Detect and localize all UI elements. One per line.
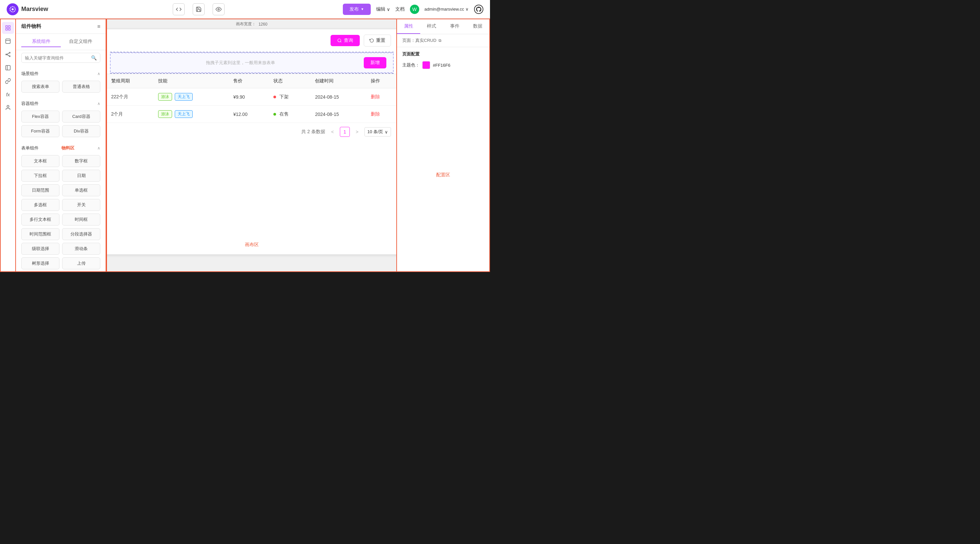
th-date: 创建时间 [310,74,365,88]
comp-time[interactable]: 时间框 [62,213,100,226]
component-tabs: 系统组件 自定义组件 [16,34,106,50]
canvas-width-label: 画布宽度： 1260 [236,19,267,29]
data-table: 繁殖周期 技能 售价 状态 创建时间 操作 222个月 游泳 天上飞 [106,74,397,123]
search-input[interactable] [25,56,89,60]
container-components-grid: Flex容器 Card容器 Form容器 Div容器 [16,109,106,140]
tab-system-components[interactable]: 系统组件 [21,37,61,47]
user-email[interactable]: admin@marsview.cc ∨ [425,6,469,12]
edit-button[interactable]: 编辑 ∨ [376,6,390,12]
cell-action-2: 删除 [366,106,397,123]
save-icon[interactable] [192,3,205,15]
components-list: 场景组件 ∧ 搜索表单 普通表格 容器组件 ∧ Flex容器 Card容器 Fo… [16,65,106,271]
docs-button[interactable]: 文档 [395,6,405,12]
comp-normal-table[interactable]: 普通表格 [62,81,100,93]
comp-segmented[interactable]: 分段选择器 [62,228,100,240]
cell-price-1: ¥9.90 [228,88,268,106]
pagination-total: 共 2 条数据 [301,129,325,135]
tab-events[interactable]: 事件 [443,19,466,34]
sidebar-icon-link[interactable] [2,75,14,87]
tab-data[interactable]: 数据 [466,19,490,34]
comp-switch[interactable]: 开关 [62,199,100,211]
svg-rect-7 [6,39,10,43]
comp-form[interactable]: Form容器 [21,125,59,137]
tab-custom-components[interactable]: 自定义组件 [61,37,100,47]
wechat-icon[interactable]: W [410,5,419,14]
tag-fly-1: 天上飞 [175,93,192,101]
comp-checkbox[interactable]: 多选框 [21,199,59,211]
sidebar-icon-components[interactable] [2,22,14,34]
github-icon[interactable] [474,5,484,14]
tab-styles[interactable]: 样式 [420,19,444,34]
code-icon[interactable] [173,3,185,15]
canvas-content: 查询 重置 拖拽子元素到这里，一般用来放表单 新增 繁殖周期 技能 [106,29,397,255]
table-row: 222个月 游泳 天上飞 ¥9.90 下架 2024-08-15 删除 [106,88,397,106]
comp-select[interactable]: 下拉框 [21,170,59,182]
svg-rect-14 [6,65,10,70]
sidebar-icons: fx [0,19,16,272]
table-row: 2个月 游泳 天上飞 ¥12.00 在售 2024-08-15 删除 [106,106,397,123]
cell-price-2: ¥12.00 [228,106,268,123]
app-name: Marsview [21,6,48,13]
comp-cascader[interactable]: 级联选择 [21,243,59,255]
comp-date[interactable]: 日期 [62,170,100,182]
svg-line-12 [6,53,9,55]
comp-textarea[interactable]: 多行文本框 [21,213,59,226]
th-action: 操作 [366,74,397,88]
delete-button-1[interactable]: 删除 [371,94,380,99]
comp-tree-select[interactable]: 树形选择 [21,258,59,269]
section-scene: 场景组件 ∧ 搜索表单 普通表格 [16,68,106,95]
comp-radio[interactable]: 单选框 [62,185,100,196]
cell-skill-1: 游泳 天上飞 [153,88,228,106]
cell-action-1: 删除 [366,88,397,106]
sidebar-icon-frame[interactable] [2,62,14,74]
sidebar-icon-layers[interactable] [2,35,14,47]
canvas-area: 画布宽度： 1260 查询 重置 拖拽子元素到这里，一般用来放表单 新增 [106,19,397,272]
drop-zone[interactable]: 拖拽子元素到这里，一般用来放表单 新增 [110,52,394,73]
right-section-page-config: 页面配置 主题色： #FF16F6 [397,47,489,73]
svg-point-11 [9,56,10,57]
sidebar-icon-function[interactable]: fx [2,88,14,100]
canvas-reset-button[interactable]: 重置 [364,35,391,46]
comp-slider[interactable]: 滑动条 [62,243,100,255]
preview-icon[interactable] [213,3,224,15]
svg-line-13 [6,54,9,56]
comp-flex[interactable]: Flex容器 [21,111,59,122]
delete-button-2[interactable]: 删除 [371,111,380,116]
sidebar-icon-user[interactable] [2,102,14,114]
comp-upload[interactable]: 上传 [62,258,100,269]
comp-search-form[interactable]: 搜索表单 [21,81,59,93]
search-box: 🔍 [21,53,100,63]
page-size-selector[interactable]: 10 条/页 ∨ [364,127,391,137]
theme-color-value: #FF16F6 [433,63,450,68]
section-form-header[interactable]: 表单组件 物料区 ∧ [16,143,106,154]
prev-page-button[interactable]: < [328,127,337,137]
right-panel: 属性 样式 事件 数据 页面：真实CRUD ⧉ 页面配置 主题色： #FF16F… [397,19,490,272]
copy-icon[interactable]: ⧉ [439,38,442,43]
theme-color-swatch[interactable] [422,61,430,69]
panel-title: 组件物料 [21,23,41,30]
comp-date-range[interactable]: 日期范围 [21,185,59,196]
chevron-up-icon: ∧ [97,72,100,76]
comp-text[interactable]: 文本框 [21,155,59,167]
publish-button[interactable]: 发布 ▼ [343,4,371,15]
panel-menu-icon[interactable]: ≡ [97,24,100,30]
comp-card[interactable]: Card容器 [62,111,100,122]
publish-dropdown-icon: ▼ [361,7,364,11]
section-title-page-config: 页面配置 [402,51,484,57]
next-page-button[interactable]: > [352,127,362,137]
comp-time-range[interactable]: 时间范围框 [21,228,59,240]
topbar-right: 发布 ▼ 编辑 ∨ 文档 W admin@marsview.cc ∨ [343,4,484,15]
comp-div[interactable]: Div容器 [62,125,100,137]
sidebar-icon-nodes[interactable] [2,48,14,60]
status-dot-offline [274,95,276,98]
cell-date-1: 2024-08-15 [310,88,365,106]
page-1-button[interactable]: 1 [340,127,350,137]
th-skill: 技能 [153,74,228,88]
comp-number[interactable]: 数字框 [62,155,100,167]
cell-status-1: 下架 [268,88,310,106]
tab-properties[interactable]: 属性 [397,19,420,34]
section-container-header[interactable]: 容器组件 ∧ [16,98,106,109]
add-button[interactable]: 新增 [364,57,387,68]
section-scene-header[interactable]: 场景组件 ∧ [16,68,106,80]
canvas-search-button[interactable]: 查询 [331,35,360,46]
